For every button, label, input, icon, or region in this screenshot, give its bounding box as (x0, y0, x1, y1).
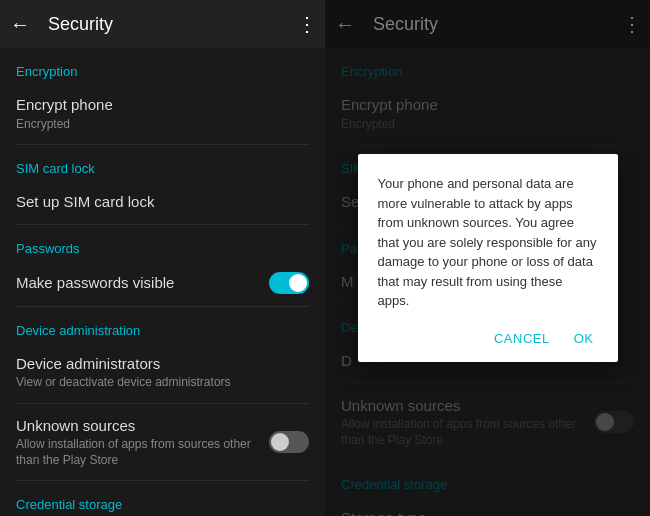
section-header-encryption-left: Encryption (0, 48, 325, 83)
device-administrators-subtitle-left: View or deactivate device administrators (16, 375, 309, 391)
sim-card-lock-item-left[interactable]: Set up SIM card lock (0, 180, 325, 224)
section-header-device-admin-left: Device administration (0, 307, 325, 342)
unknown-sources-toggle-left[interactable] (269, 431, 309, 453)
passwords-toggle-left[interactable] (269, 272, 309, 294)
encrypt-phone-subtitle-left: Encrypted (16, 117, 309, 133)
unknown-sources-title-left: Unknown sources (16, 416, 261, 436)
make-passwords-visible-item-left[interactable]: Make passwords visible (0, 260, 325, 306)
dialog-cancel-button[interactable]: CANCEL (490, 327, 554, 350)
unknown-sources-item-left[interactable]: Unknown sources Allow installation of ap… (0, 404, 325, 481)
section-header-passwords-left: Passwords (0, 225, 325, 260)
encrypt-phone-title-left: Encrypt phone (16, 95, 309, 115)
encrypt-phone-item-left[interactable]: Encrypt phone Encrypted (0, 83, 325, 144)
toggle-knob (289, 274, 307, 292)
left-panel-title: Security (48, 14, 297, 35)
left-top-bar: ← Security ⋮ (0, 0, 325, 48)
toggle-knob-2 (271, 433, 289, 451)
left-panel: ← Security ⋮ Encryption Encrypt phone En… (0, 0, 325, 516)
device-administrators-title-left: Device administrators (16, 354, 309, 374)
section-header-credential-left: Credential storage (0, 481, 325, 516)
make-passwords-visible-title-left: Make passwords visible (16, 273, 261, 293)
more-options-icon[interactable]: ⋮ (297, 12, 317, 36)
sim-card-lock-title-left: Set up SIM card lock (16, 192, 309, 212)
device-administrators-item-left[interactable]: Device administrators View or deactivate… (0, 342, 325, 403)
warning-dialog: Your phone and personal data are more vu… (358, 154, 618, 362)
left-content: Encryption Encrypt phone Encrypted SIM c… (0, 48, 325, 516)
right-panel: ← Security ⋮ Encryption Encrypt phone En… (325, 0, 650, 516)
back-icon[interactable]: ← (8, 13, 32, 36)
section-header-sim-left: SIM card lock (0, 145, 325, 180)
dialog-overlay: Your phone and personal data are more vu… (325, 0, 650, 516)
dialog-ok-button[interactable]: OK (570, 327, 598, 350)
dialog-buttons: CANCEL OK (378, 327, 598, 350)
unknown-sources-subtitle-left: Allow installation of apps from sources … (16, 437, 261, 468)
dialog-text: Your phone and personal data are more vu… (378, 174, 598, 311)
